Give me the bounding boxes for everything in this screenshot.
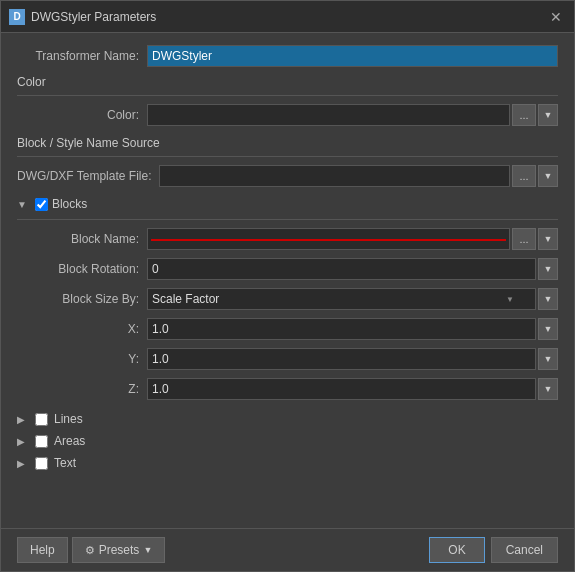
areas-label: Areas — [54, 434, 85, 448]
block-style-divider — [17, 156, 558, 157]
title-bar-left: D DWGStyler Parameters — [9, 9, 156, 25]
y-input[interactable] — [147, 348, 536, 370]
list-item-text: ▶ Text — [17, 454, 558, 472]
block-size-by-input-group: Scale Factor Fixed Size ▼ — [147, 288, 558, 310]
blocks-section: ▼ Blocks Block Name: ... ▼ Bl — [17, 197, 558, 400]
block-name-browse-button[interactable]: ... — [512, 228, 536, 250]
color-label: Color: — [17, 108, 147, 122]
x-input[interactable] — [147, 318, 536, 340]
color-browse-button[interactable]: ... — [512, 104, 536, 126]
dwg-dxf-input[interactable] — [159, 165, 510, 187]
block-size-by-label: Block Size By: — [17, 292, 147, 306]
dwg-dxf-label: DWG/DXF Template File: — [17, 169, 159, 183]
color-dropdown-button[interactable]: ▼ — [538, 104, 558, 126]
color-section-header: Color — [17, 75, 558, 89]
footer-right: OK Cancel — [429, 537, 558, 563]
color-row: Color: ... ▼ — [17, 104, 558, 126]
color-input-group: ... ▼ — [147, 104, 558, 126]
x-dropdown-button[interactable]: ▼ — [538, 318, 558, 340]
lines-checkbox[interactable] — [35, 413, 48, 426]
y-input-group: ▼ — [147, 348, 558, 370]
color-divider — [17, 95, 558, 96]
x-row: X: ▼ — [17, 318, 558, 340]
block-rotation-input[interactable] — [147, 258, 536, 280]
blocks-checkbox[interactable] — [35, 198, 48, 211]
transformer-name-label: Transformer Name: — [17, 49, 147, 63]
blocks-section-label: Blocks — [52, 197, 87, 211]
block-name-dropdown-button[interactable]: ▼ — [538, 228, 558, 250]
close-button[interactable]: ✕ — [546, 7, 566, 27]
areas-checkbox[interactable] — [35, 435, 48, 448]
text-checkbox[interactable] — [35, 457, 48, 470]
dwg-dxf-dropdown-button[interactable]: ▼ — [538, 165, 558, 187]
dialog-footer: Help ⚙ Presets ▼ OK Cancel — [1, 528, 574, 571]
dialog-window: D DWGStyler Parameters ✕ Transformer Nam… — [0, 0, 575, 572]
lines-label: Lines — [54, 412, 83, 426]
presets-button[interactable]: ⚙ Presets ▼ — [72, 537, 166, 563]
text-label: Text — [54, 456, 76, 470]
title-bar: D DWGStyler Parameters ✕ — [1, 1, 574, 33]
footer-left: Help ⚙ Presets ▼ — [17, 537, 165, 563]
block-name-label: Block Name: — [17, 232, 147, 246]
x-label: X: — [17, 322, 147, 336]
ok-button[interactable]: OK — [429, 537, 484, 563]
block-rotation-label: Block Rotation: — [17, 262, 147, 276]
blocks-divider — [17, 219, 558, 220]
color-input[interactable] — [147, 104, 510, 126]
block-size-by-dropdown-button[interactable]: ▼ — [538, 288, 558, 310]
help-label: Help — [30, 543, 55, 557]
lines-expand-arrow[interactable]: ▶ — [17, 414, 25, 425]
block-name-input-group: ... ▼ — [147, 228, 558, 250]
z-label: Z: — [17, 382, 147, 396]
presets-label: Presets — [99, 543, 140, 557]
block-name-input[interactable] — [147, 228, 510, 250]
dwg-dxf-browse-button[interactable]: ... — [512, 165, 536, 187]
gear-icon: ⚙ — [85, 544, 95, 557]
block-rotation-input-group: ▼ — [147, 258, 558, 280]
blocks-header: ▼ Blocks — [17, 197, 558, 211]
block-size-by-row: Block Size By: Scale Factor Fixed Size ▼ — [17, 288, 558, 310]
list-item-areas: ▶ Areas — [17, 432, 558, 450]
x-input-group: ▼ — [147, 318, 558, 340]
block-size-by-select[interactable]: Scale Factor Fixed Size — [147, 288, 536, 310]
y-label: Y: — [17, 352, 147, 366]
block-rotation-row: Block Rotation: ▼ — [17, 258, 558, 280]
dwg-dxf-row: DWG/DXF Template File: ... ▼ — [17, 165, 558, 187]
z-row: Z: ▼ — [17, 378, 558, 400]
block-name-row: Block Name: ... ▼ — [17, 228, 558, 250]
block-style-section-header: Block / Style Name Source — [17, 136, 558, 150]
cancel-button[interactable]: Cancel — [491, 537, 558, 563]
z-input-group: ▼ — [147, 378, 558, 400]
bottom-list: ▶ Lines ▶ Areas ▶ Text — [17, 410, 558, 472]
y-dropdown-button[interactable]: ▼ — [538, 348, 558, 370]
list-item-lines: ▶ Lines — [17, 410, 558, 428]
z-dropdown-button[interactable]: ▼ — [538, 378, 558, 400]
z-input[interactable] — [147, 378, 536, 400]
block-rotation-dropdown-button[interactable]: ▼ — [538, 258, 558, 280]
text-expand-arrow[interactable]: ▶ — [17, 458, 25, 469]
dialog-content: Transformer Name: Color Color: ... ▼ Blo… — [1, 33, 574, 528]
transformer-name-row: Transformer Name: — [17, 45, 558, 67]
dialog-title: DWGStyler Parameters — [31, 10, 156, 24]
help-button[interactable]: Help — [17, 537, 68, 563]
y-row: Y: ▼ — [17, 348, 558, 370]
dwg-dxf-input-group: ... ▼ — [159, 165, 558, 187]
app-icon: D — [9, 9, 25, 25]
areas-expand-arrow[interactable]: ▶ — [17, 436, 25, 447]
presets-arrow: ▼ — [143, 545, 152, 555]
transformer-name-input[interactable] — [147, 45, 558, 67]
blocks-expand-arrow[interactable]: ▼ — [17, 199, 27, 210]
